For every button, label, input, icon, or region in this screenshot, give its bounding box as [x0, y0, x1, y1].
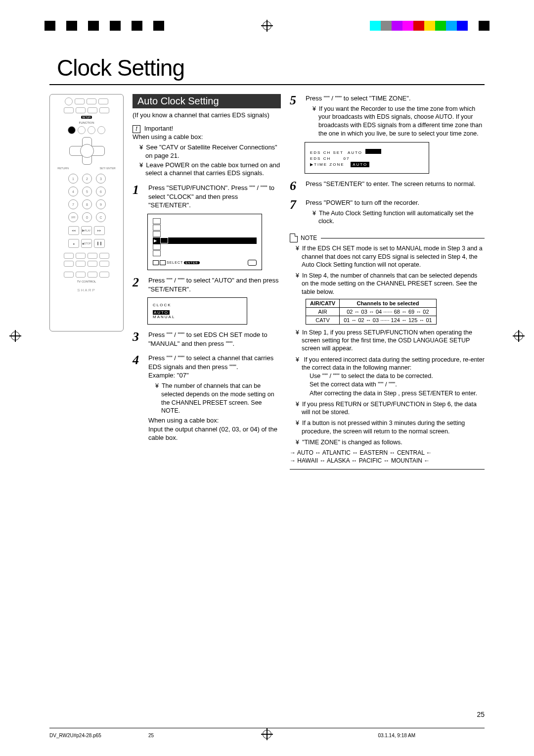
intro-text: (If you know a channel that carries EDS … — [133, 111, 281, 119]
remote-illustration: SETUP/ FUNCTION RETURN SET/ ENTER 123 45… — [49, 94, 124, 331]
step-7-text: Press "POWER" to turn off the recorder. … — [306, 198, 485, 227]
section-heading: Auto Clock Setting — [133, 94, 281, 108]
footer-rule — [49, 728, 485, 728]
note-list: If the EDS CH SET mode is set to MANUAL … — [290, 244, 485, 296]
osd-screen-timezone: EDS CH SET AUTO EDS CH 07 ▶TIME ZONE AUT… — [305, 142, 429, 174]
page-title: Clock Setting — [57, 54, 480, 81]
footer-date: 03.1.14, 9:18 AM — [378, 733, 415, 738]
note-list-2: In Step 1, if you press SETUP/FUNCTION w… — [290, 329, 485, 446]
step-6-text: Press "SET/ENTER" to enter. The screen r… — [306, 180, 485, 192]
registration-cross-right — [514, 331, 523, 340]
timezone-cycle-line1: → AUTO ↔ ATLANTIC ↔ EASTERN ↔ CENTRAL ← — [290, 449, 485, 456]
step-number: 4 — [133, 354, 143, 442]
brand-logo: SHARP — [77, 288, 96, 292]
registration-bars-left — [44, 21, 164, 31]
osd-screen-clock: CLOCK AUTO MANUAL — [147, 297, 247, 325]
registration-cross-left — [11, 331, 20, 340]
important-label: Important! — [144, 125, 174, 132]
step-1-text: Press "SETUP/FUNCTION". Press "'" / """ … — [148, 184, 281, 210]
timezone-cycle-line2: → HAWAII ↔ ALASKA ↔ PACIFIC ↔ MOUNTAIN ← — [290, 457, 485, 464]
step-2-text: Press "'" / """ to select "AUTO" and the… — [148, 276, 281, 293]
important-icon: ! — [133, 125, 140, 133]
step-number: 7 — [290, 198, 301, 227]
title-rule — [49, 84, 485, 85]
step-number: 3 — [133, 331, 143, 348]
osd-screen-main: ▶ SELECT ENTER — [147, 214, 262, 270]
note-end-rule — [290, 469, 485, 470]
step-5-text: Press "'" / """ to select "TIME ZONE". I… — [306, 94, 485, 139]
step-number: 1 — [133, 184, 143, 210]
registration-bars-right — [370, 21, 490, 31]
step-number: 5 — [290, 94, 301, 139]
page-number: 25 — [477, 710, 485, 718]
step-number: 2 — [133, 276, 143, 293]
footer-filename: DV_RW2U#p24-28.p65 — [49, 733, 101, 738]
step-3-text: Press "'" / """ to set EDS CH SET mode t… — [148, 331, 281, 348]
step-number: 6 — [290, 180, 301, 192]
note-icon — [290, 234, 298, 242]
important-when: When using a cable box: — [133, 133, 281, 142]
footer-page: 25 — [148, 733, 154, 738]
step-4-text: Press "'" / """ to select a channel that… — [148, 354, 281, 442]
registration-cross-top — [262, 21, 272, 31]
important-list: See "CATV or Satellite Receiver Connecti… — [139, 143, 281, 178]
registration-cross-bottom — [262, 729, 272, 739]
note-heading: NOTE — [290, 234, 485, 242]
channel-table: AIR/CATVChannels to be selected AIR02 ↔ … — [306, 299, 437, 325]
